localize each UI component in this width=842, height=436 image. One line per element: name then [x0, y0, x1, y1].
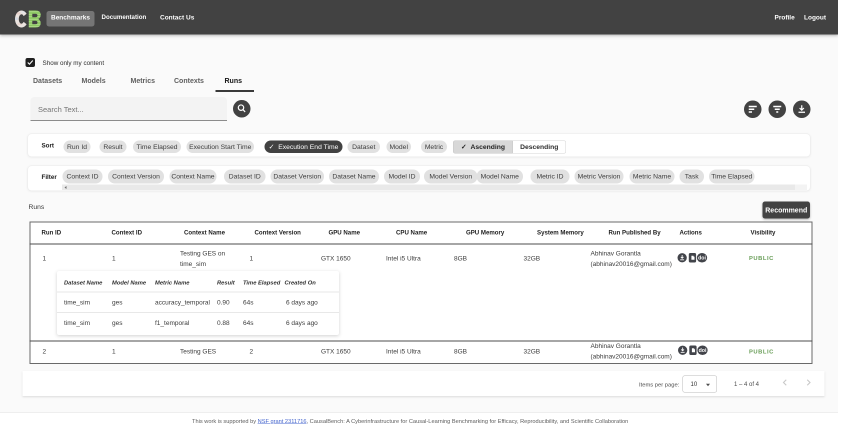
svg-text:doi: doi: [698, 255, 706, 261]
svg-text:doi: doi: [699, 347, 707, 353]
